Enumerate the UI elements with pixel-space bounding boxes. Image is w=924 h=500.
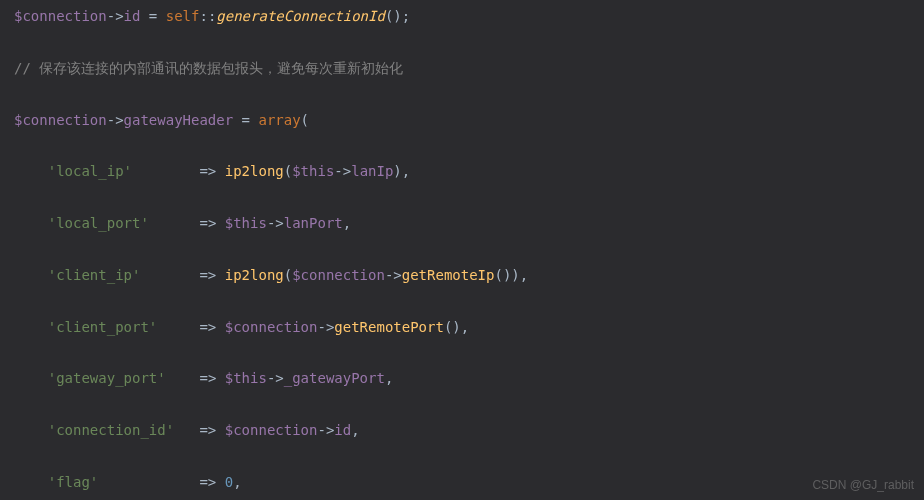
code-token: 0: [225, 474, 233, 490]
code-token: ->: [317, 422, 334, 438]
code-token: $connection: [225, 319, 318, 335]
code-token: ();: [385, 8, 410, 24]
code-token: (),: [444, 319, 469, 335]
code-token: ()),: [494, 267, 528, 283]
code-token: =>: [149, 215, 225, 231]
code-token: getRemoteIp: [402, 267, 495, 283]
code-token: generateConnectionId: [216, 8, 385, 24]
code-line[interactable]: 'connection_id' => $connection->id,: [14, 418, 914, 444]
code-token: =>: [140, 267, 224, 283]
watermark-text: CSDN @GJ_rabbit: [812, 474, 914, 496]
code-token: ip2long: [225, 163, 284, 179]
code-token: lanIp: [351, 163, 393, 179]
code-token: 'local_port': [48, 215, 149, 231]
code-token: ip2long: [225, 267, 284, 283]
code-token: =>: [157, 319, 224, 335]
code-token: (: [301, 112, 309, 128]
code-token: (: [284, 267, 292, 283]
code-line[interactable]: 'gateway_port' => $this->_gatewayPort,: [14, 366, 914, 392]
code-token: =>: [132, 163, 225, 179]
code-token: =>: [166, 370, 225, 386]
code-token: 'client_ip': [48, 267, 141, 283]
code-token: $connection: [14, 8, 107, 24]
code-token: =: [140, 8, 165, 24]
code-token: ,: [385, 370, 393, 386]
code-token: self: [166, 8, 200, 24]
code-token: ->: [107, 112, 124, 128]
code-token: [14, 422, 48, 438]
code-token: // 保存该连接的内部通讯的数据包报头，避免每次重新初始化: [14, 60, 403, 76]
code-line[interactable]: 'client_ip' => ip2long($connection->getR…: [14, 263, 914, 289]
code-token: [14, 215, 48, 231]
code-token: ->: [385, 267, 402, 283]
code-token: array: [258, 112, 300, 128]
code-token: (: [284, 163, 292, 179]
code-token: 'gateway_port': [48, 370, 166, 386]
code-token: ,: [343, 215, 351, 231]
code-token: _gatewayPort: [284, 370, 385, 386]
code-token: lanPort: [284, 215, 343, 231]
code-token: $this: [292, 163, 334, 179]
code-token: 'connection_id': [48, 422, 174, 438]
code-line[interactable]: 'flag' => 0,: [14, 470, 914, 496]
code-token: [14, 474, 48, 490]
code-token: $this: [225, 215, 267, 231]
code-token: $connection: [225, 422, 318, 438]
code-token: ->: [267, 370, 284, 386]
code-token: ,: [233, 474, 241, 490]
code-token: $connection: [292, 267, 385, 283]
code-token: ->: [267, 215, 284, 231]
code-line[interactable]: $connection->id = self::generateConnecti…: [14, 4, 914, 30]
code-token: ->: [317, 319, 334, 335]
code-editor[interactable]: $connection->id = self::generateConnecti…: [0, 0, 924, 500]
code-line[interactable]: $connection->gatewayHeader = array(: [14, 108, 914, 134]
code-token: id: [334, 422, 351, 438]
code-token: ->: [107, 8, 124, 24]
code-token: ->: [334, 163, 351, 179]
code-token: =: [233, 112, 258, 128]
code-line[interactable]: 'local_port' => $this->lanPort,: [14, 211, 914, 237]
code-token: ,: [351, 422, 359, 438]
code-token: getRemotePort: [334, 319, 444, 335]
code-token: [14, 370, 48, 386]
code-token: $connection: [14, 112, 107, 128]
code-token: [14, 319, 48, 335]
code-token: =>: [174, 422, 225, 438]
code-token: [14, 267, 48, 283]
code-token: 'local_ip': [48, 163, 132, 179]
code-token: gatewayHeader: [124, 112, 234, 128]
code-token: 'client_port': [48, 319, 158, 335]
code-token: id: [124, 8, 141, 24]
code-token: ::: [199, 8, 216, 24]
code-token: $this: [225, 370, 267, 386]
code-token: =>: [98, 474, 224, 490]
code-line[interactable]: 'local_ip' => ip2long($this->lanIp),: [14, 159, 914, 185]
code-line[interactable]: // 保存该连接的内部通讯的数据包报头，避免每次重新初始化: [14, 56, 914, 82]
code-token: ),: [393, 163, 410, 179]
code-token: [14, 163, 48, 179]
code-line[interactable]: 'client_port' => $connection->getRemoteP…: [14, 315, 914, 341]
code-token: 'flag': [48, 474, 99, 490]
